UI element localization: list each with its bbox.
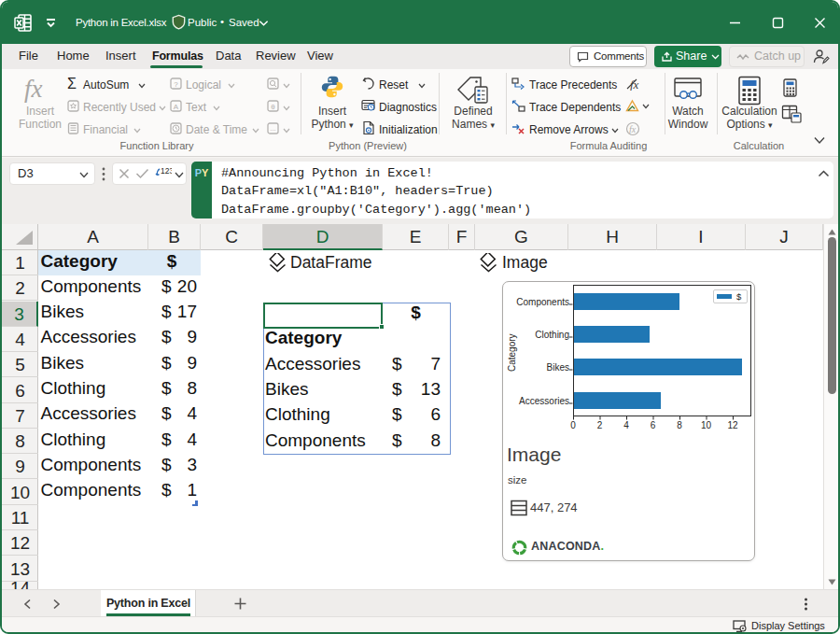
svg-text:fx: fx xyxy=(629,124,637,134)
svg-text:123: 123 xyxy=(161,166,172,176)
svg-text:?: ? xyxy=(174,80,178,89)
svg-text:A: A xyxy=(174,103,179,111)
svg-text:fx: fx xyxy=(630,77,639,91)
svg-text:...: ... xyxy=(270,124,276,133)
svg-text:θ: θ xyxy=(271,103,275,111)
